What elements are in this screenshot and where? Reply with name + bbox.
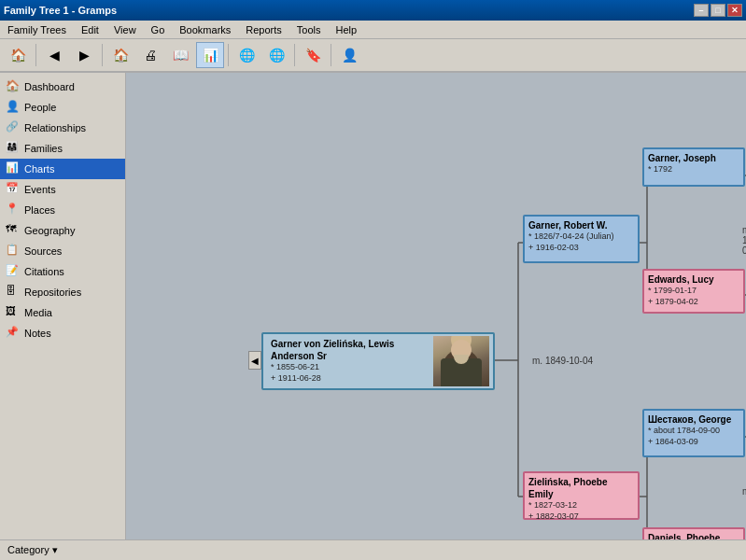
title-bar: Family Tree 1 - Gramps – □ ✕ [0,0,746,21]
sidebar-item-label-geography: Geography [24,225,75,236]
citations-icon [6,264,21,279]
marriage-label-1: m. 1849-10-04 [532,356,593,366]
toolbar: 🏠 ◀ ▶ 🏠 🖨 📖 📊 🌐 🌐 🔖 👤 [0,39,746,73]
person-box-phoebe-emily[interactable]: Zielińska, Phoebe Emily * 1827-03-12 + 1… [523,471,640,520]
forward-button[interactable]: ▶ [70,42,98,68]
person-box-daniels[interactable]: Daniels, Phoebe * + [642,527,745,539]
sidebar-item-label-media: Media [24,307,52,318]
relations-icon [6,120,21,135]
person-born-main: * 1855-06-21 [271,362,426,373]
person-name-phoebe-emily: Zielińska, Phoebe Emily [528,476,634,500]
person-died-george: + 1864-03-09 [648,437,739,448]
sidebar-item-relationships[interactable]: Relationships [0,118,125,138]
home2-button[interactable]: 🏠 [106,42,134,68]
person-born-phoebe-emily: * 1827-03-12 [528,500,634,511]
web-button[interactable]: 🌐 [232,42,260,68]
families-icon [6,141,21,156]
minimize-button[interactable]: – [694,4,709,17]
places-icon [6,203,21,217]
main-container: DashboardPeopleRelationshipsFamiliesChar… [0,73,746,539]
sidebar-item-label-people: People [24,102,56,113]
back-button[interactable]: ◀ [40,42,68,68]
person-name-main: Garner von Zielińska, Lewis Anderson Sr [271,338,426,362]
sidebar-item-places[interactable]: Places [0,200,125,220]
repos-icon [6,285,21,300]
person-name-daniels: Daniels, Phoebe [648,532,739,539]
sidebar-item-media[interactable]: Media [0,302,125,323]
menu-item-view[interactable]: View [110,22,140,37]
person-name-joseph: Garner, Joseph [648,152,739,164]
person-photo [433,336,489,386]
sidebar-item-citations[interactable]: Citations [0,261,125,282]
person-name-george: Шестаков, George [648,413,739,426]
sidebar: DashboardPeopleRelationshipsFamiliesChar… [0,73,126,539]
person-died-main: + 1911-06-28 [271,373,426,385]
collapse-left-button[interactable]: ◀ [248,351,261,370]
person-box-lucy[interactable]: Edwards, Lucy * 1799-01-17 + 1879-04-02 [642,269,745,314]
toolbar-separator-3 [228,44,229,66]
person-box-joseph[interactable]: Garner, Joseph * 1792 [642,147,745,187]
sidebar-item-families[interactable]: Families [0,138,125,159]
menu-bar: Family TreesEditViewGoBookmarksReportsTo… [0,21,746,39]
person-name-robert: Garner, Robert W. [528,219,634,231]
person-died-lucy: + 1879-04-02 [648,297,739,308]
category-bar: Category ▾ [0,539,746,560]
sidebar-item-notes[interactable]: Notes [0,323,125,343]
category-label[interactable]: Category ▾ [7,544,58,556]
sidebar-item-label-repositories: Repositories [24,287,81,298]
sidebar-item-label-events: Events [24,184,56,195]
sidebar-item-label-charts: Charts [24,163,54,175]
sidebar-item-people[interactable]: People [0,97,125,118]
sidebar-item-sources[interactable]: Sources [0,241,125,261]
people-icon [6,100,21,115]
bookmark-button[interactable]: 🔖 [299,42,327,68]
sidebar-item-repositories[interactable]: Repositories [0,282,125,302]
sidebar-item-geography[interactable]: Geography [0,220,125,241]
sidebar-item-label-families: Families [24,143,63,154]
sidebar-item-label-notes: Notes [24,328,51,339]
sources-icon [6,244,21,259]
menu-item-edit[interactable]: Edit [77,22,103,37]
person-info-main: Garner von Zielińska, Lewis Anderson Sr … [267,336,429,385]
chart-button[interactable]: 📊 [196,42,224,68]
toolbar-separator-5 [331,44,331,66]
toolbar-separator [35,44,36,66]
home-tool-button[interactable]: 🏠 [4,42,32,68]
charts-icon [6,161,21,176]
person-born-joseph: * 1792 [648,164,739,175]
sidebar-item-charts[interactable]: Charts [0,159,125,179]
book-button[interactable]: 📖 [166,42,194,68]
window-controls: – □ ✕ [694,4,742,17]
person-born-lucy: * 1799-01-17 [648,286,739,297]
print-button[interactable]: 🖨 [136,42,164,68]
menu-item-family-trees[interactable]: Family Trees [4,22,70,37]
sidebar-item-label-places: Places [24,204,55,216]
sidebar-item-label-dashboard: Dashboard [24,81,75,92]
person-button[interactable]: 👤 [335,42,363,68]
person-box-robert[interactable]: Garner, Robert W. * 1826/7-04-24 (Julian… [523,215,640,263]
marriage-label-2: m. 1823-01-03 [742,225,746,256]
sidebar-item-dashboard[interactable]: Dashboard [0,77,125,97]
menu-item-tools[interactable]: Tools [293,22,325,37]
maximize-button[interactable]: □ [711,4,725,17]
sidebar-item-events[interactable]: Events [0,179,125,200]
menu-item-help[interactable]: Help [332,22,361,37]
geography-icon [6,223,21,238]
close-button[interactable]: ✕ [727,4,742,17]
person-box-main[interactable]: Garner von Zielińska, Lewis Anderson Sr … [261,332,495,390]
sidebar-item-label-sources: Sources [24,245,62,257]
marriage-label-3: m. [742,486,746,497]
events-icon [6,182,21,197]
home-icon [6,79,21,94]
browser-button[interactable]: 🌐 [262,42,290,68]
person-box-george[interactable]: Шестаков, George * about 1784-09-00 + 18… [642,409,745,457]
menu-item-go[interactable]: Go [148,22,169,37]
person-died-phoebe-emily: + 1882-03-07 [528,511,634,523]
person-photo-image [433,336,489,386]
toolbar-separator-4 [294,44,295,66]
menu-item-reports[interactable]: Reports [242,22,286,37]
person-born-robert: * 1826/7-04-24 (Julian) [528,231,634,243]
person-died-robert: + 1916-02-03 [528,243,634,254]
window-title: Family Tree 1 - Gramps [4,5,117,16]
menu-item-bookmarks[interactable]: Bookmarks [176,22,234,37]
